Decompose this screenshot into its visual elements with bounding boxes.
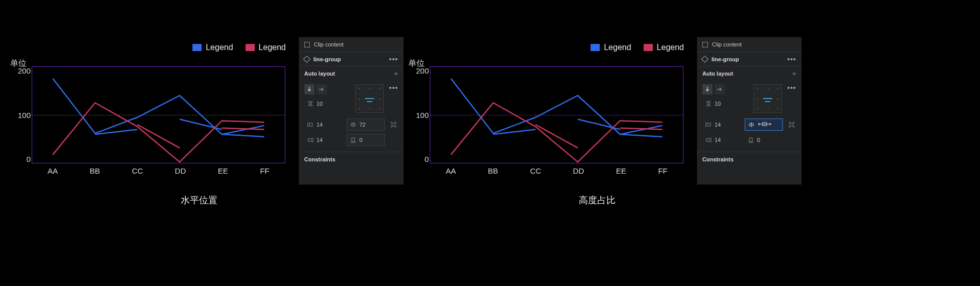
padding-left-field[interactable]: 14 bbox=[702, 118, 741, 131]
gap-icon bbox=[307, 101, 313, 107]
auto-layout-add-icon[interactable]: + bbox=[792, 70, 796, 77]
square-border-icon bbox=[390, 122, 397, 128]
layer-more-icon[interactable]: ••• bbox=[787, 56, 796, 63]
horizontal-resize-icon bbox=[350, 122, 356, 128]
auto-layout-header[interactable]: Auto layout + bbox=[697, 66, 801, 80]
horizontal-size-field-active[interactable] bbox=[745, 118, 783, 131]
direction-vertical-button[interactable] bbox=[304, 84, 314, 94]
gap-vertical-field[interactable]: 10 bbox=[702, 98, 748, 110]
clip-content-row[interactable]: Clip content bbox=[299, 37, 403, 52]
padding-right-field[interactable]: 14 bbox=[304, 134, 342, 146]
inspector-panel: Clip content line-group ••• Auto layout … bbox=[697, 37, 802, 185]
horizontal-resize-icon bbox=[748, 122, 754, 128]
direction-horizontal-button[interactable] bbox=[715, 84, 725, 94]
layer-more-icon[interactable]: ••• bbox=[389, 56, 398, 63]
caption-right: 高度占比 bbox=[398, 194, 796, 206]
arrow-right-icon bbox=[717, 86, 723, 92]
horizontal-size-field[interactable]: 72 bbox=[347, 118, 385, 131]
legend-item-b: Legend bbox=[246, 43, 286, 52]
constraints-header[interactable]: Constraints bbox=[697, 152, 801, 166]
legend: Legend Legend bbox=[31, 43, 286, 52]
diamond-icon bbox=[701, 55, 708, 62]
direction-buttons bbox=[304, 84, 350, 94]
padding-right-icon bbox=[307, 137, 313, 143]
inspector-panel: Clip content line-group ••• Auto layout … bbox=[299, 37, 404, 185]
alignment-more-icon[interactable]: ••• bbox=[389, 84, 398, 91]
auto-layout-add-icon[interactable]: + bbox=[394, 70, 398, 77]
legend-swatch-red bbox=[644, 44, 653, 51]
x-axis-ticks: AA BB CC DD EE FF bbox=[32, 166, 285, 175]
alignment-more-icon[interactable]: ••• bbox=[787, 84, 796, 91]
padding-left-icon bbox=[705, 122, 712, 128]
vertical-resize-icon bbox=[748, 137, 754, 143]
vertical-resize-icon bbox=[350, 137, 356, 143]
gap-icon bbox=[705, 101, 712, 107]
legend: Legend Legend bbox=[429, 43, 684, 52]
x-axis-ticks: AA BB CC DD EE FF bbox=[430, 166, 683, 175]
direction-vertical-button[interactable] bbox=[702, 84, 713, 94]
fill-container-icon bbox=[757, 122, 772, 128]
auto-layout-header[interactable]: Auto layout + bbox=[299, 66, 403, 80]
legend-swatch-blue bbox=[192, 44, 202, 51]
diamond-icon bbox=[303, 55, 310, 62]
selection-border bbox=[32, 66, 285, 163]
legend-swatch-red bbox=[246, 44, 255, 51]
svg-rect-0 bbox=[392, 123, 395, 126]
direction-buttons bbox=[702, 84, 748, 94]
direction-horizontal-button[interactable] bbox=[316, 84, 327, 94]
alignment-preview[interactable] bbox=[355, 84, 384, 113]
arrow-right-icon bbox=[318, 86, 325, 92]
y-axis-ticks: 200 100 0 bbox=[408, 66, 429, 163]
constraints-header[interactable]: Constraints bbox=[299, 152, 403, 166]
arrow-down-icon bbox=[704, 86, 710, 92]
independent-padding-button[interactable] bbox=[389, 118, 398, 131]
vertical-size-field[interactable]: 0 bbox=[745, 134, 783, 146]
padding-left-field[interactable]: 14 bbox=[304, 118, 342, 131]
clip-content-row[interactable]: Clip content bbox=[697, 37, 801, 52]
square-border-icon bbox=[789, 122, 795, 128]
clip-content-checkbox[interactable] bbox=[702, 42, 708, 47]
chart-plot-area bbox=[32, 66, 285, 163]
layer-row[interactable]: line-group ••• bbox=[299, 52, 403, 66]
padding-left-icon bbox=[307, 122, 313, 128]
padding-right-icon bbox=[705, 137, 712, 143]
svg-rect-2 bbox=[790, 123, 793, 126]
chart-plot-area bbox=[430, 66, 683, 163]
caption-left: 水平位置 bbox=[0, 194, 398, 206]
clip-content-checkbox[interactable] bbox=[304, 42, 310, 47]
legend-swatch-blue bbox=[591, 44, 600, 51]
alignment-preview[interactable] bbox=[753, 84, 782, 113]
padding-right-field[interactable]: 14 bbox=[702, 134, 741, 146]
legend-item-b: Legend bbox=[644, 43, 684, 52]
gap-vertical-field[interactable]: 10 bbox=[304, 98, 350, 110]
layer-row[interactable]: line-group ••• bbox=[697, 52, 801, 66]
selection-border bbox=[430, 66, 683, 163]
independent-padding-button[interactable] bbox=[787, 118, 796, 131]
vertical-size-field[interactable]: 0 bbox=[347, 134, 385, 146]
legend-item-a: Legend bbox=[192, 43, 233, 52]
arrow-down-icon bbox=[306, 86, 312, 92]
legend-item-a: Legend bbox=[591, 43, 631, 52]
y-axis-ticks: 200 100 0 bbox=[10, 66, 31, 163]
